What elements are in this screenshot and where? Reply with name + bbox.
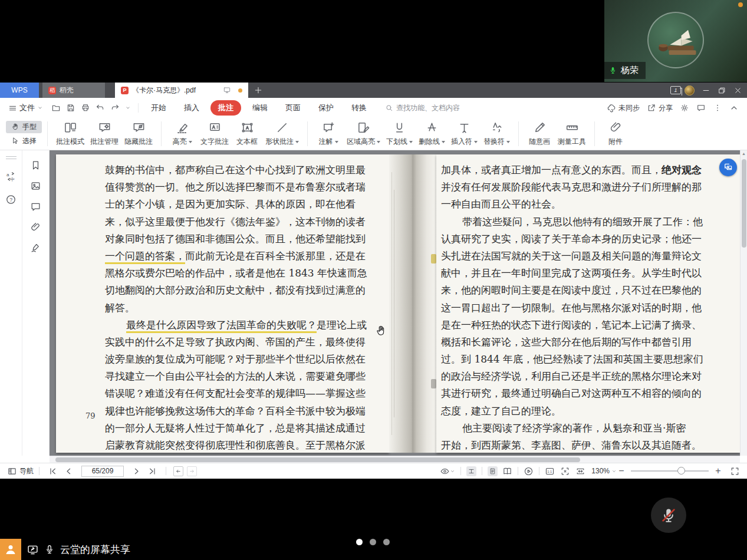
menu-item[interactable]: 页面 bbox=[277, 100, 310, 116]
view-back-button[interactable] bbox=[173, 466, 183, 476]
horizontal-scroll-thumb[interactable] bbox=[55, 457, 580, 462]
actual-size-button[interactable]: 1:1 bbox=[545, 466, 555, 476]
carousel-dot[interactable] bbox=[356, 539, 363, 545]
previous-page-button[interactable] bbox=[64, 466, 74, 476]
double-page-view-button[interactable] bbox=[502, 466, 512, 476]
fullscreen-button[interactable] bbox=[730, 466, 740, 476]
zoom-caret-icon[interactable] bbox=[611, 466, 617, 476]
window-tab-bar: WPS 稻 稻壳 P 《卡尔·马克思》.pdf 1 bbox=[0, 83, 747, 98]
open-file-button[interactable] bbox=[51, 103, 61, 113]
menu-item[interactable]: 批注 bbox=[210, 100, 241, 116]
svg-text:1:1: 1:1 bbox=[548, 470, 552, 473]
tool-insert-caret[interactable]: 插入符 bbox=[448, 121, 481, 147]
new-tab-button[interactable] bbox=[254, 85, 263, 95]
translate-icon[interactable]: a中 bbox=[5, 171, 17, 182]
zoom-out-button[interactable]: − bbox=[617, 466, 626, 476]
tool-hide-annotations[interactable]: 隐藏批注 bbox=[121, 121, 156, 147]
save-button[interactable] bbox=[66, 103, 75, 113]
select-tool-label: 选择 bbox=[22, 136, 37, 146]
tool-replace-caret[interactable]: 替换符 bbox=[481, 121, 513, 147]
tool-highlight[interactable]: 高亮 bbox=[167, 121, 198, 147]
tool-text-annotation[interactable]: 文字批注 bbox=[198, 121, 232, 147]
account-avatar[interactable] bbox=[685, 85, 695, 95]
window-count-badge[interactable]: 1 bbox=[670, 86, 681, 94]
last-page-button[interactable] bbox=[147, 466, 157, 476]
bubblegear-icon bbox=[98, 121, 111, 134]
menu-item[interactable]: 插入 bbox=[175, 100, 208, 116]
panel-drag-handle[interactable] bbox=[6, 156, 17, 159]
single-page-view-button[interactable] bbox=[488, 466, 498, 476]
microphone-muted-button[interactable] bbox=[651, 498, 686, 533]
tool-note[interactable]: 注解 bbox=[313, 121, 344, 147]
vertical-scrollbar[interactable]: ▲ bbox=[740, 150, 747, 456]
wps-home-button[interactable]: WPS bbox=[0, 83, 39, 98]
zoom-slider[interactable] bbox=[631, 470, 709, 472]
more-kebab-button[interactable] bbox=[713, 103, 722, 113]
first-page-button[interactable] bbox=[48, 466, 58, 476]
redo-button[interactable] bbox=[110, 103, 120, 113]
comment-icon[interactable] bbox=[30, 201, 41, 212]
zoom-in-button[interactable]: + bbox=[713, 466, 723, 476]
presentation-mode-icon[interactable] bbox=[223, 86, 231, 94]
vertical-scroll-thumb[interactable] bbox=[742, 159, 746, 248]
fit-layout-button[interactable] bbox=[466, 466, 476, 476]
view-forward-button[interactable] bbox=[187, 466, 197, 476]
presenter-badge[interactable] bbox=[0, 539, 21, 560]
print-button[interactable] bbox=[81, 103, 90, 113]
bookmark-icon[interactable] bbox=[30, 160, 41, 171]
navigation-toggle[interactable]: 导航 bbox=[7, 466, 34, 476]
restore-button[interactable] bbox=[718, 86, 726, 95]
more-actions-caret[interactable] bbox=[125, 103, 131, 113]
menu-item[interactable]: 开始 bbox=[142, 100, 175, 116]
carousel-dot[interactable] bbox=[383, 539, 390, 545]
tool-text-box[interactable]: 文本框 bbox=[232, 121, 262, 147]
tool-annotation-mode[interactable]: 批注模式 bbox=[53, 121, 87, 147]
fit-width-button[interactable] bbox=[575, 466, 585, 476]
search-input[interactable]: 查找功能、文档内容 bbox=[385, 103, 460, 113]
tab-document[interactable]: P 《卡尔·马克思》.pdf bbox=[115, 83, 248, 98]
image-icon[interactable] bbox=[30, 180, 41, 192]
eye-protection-button[interactable] bbox=[440, 466, 450, 476]
participant-video-tile[interactable]: 杨荣 bbox=[604, 0, 747, 82]
collapse-ribbon-button[interactable] bbox=[729, 103, 739, 113]
tool-annotation-manager[interactable]: 批注管理 bbox=[87, 121, 121, 147]
tool-underline[interactable]: 下划线 bbox=[383, 121, 416, 147]
tool-strikethrough[interactable]: 删除线 bbox=[416, 121, 448, 147]
scroll-up-arrow[interactable]: ▲ bbox=[741, 151, 747, 156]
zoom-slider-handle[interactable] bbox=[677, 467, 685, 475]
settings-gear-button[interactable] bbox=[680, 103, 689, 113]
carousel-dot[interactable] bbox=[370, 539, 376, 545]
eye-caret-icon[interactable] bbox=[450, 466, 455, 476]
play-reading-button[interactable] bbox=[524, 466, 534, 476]
next-page-button[interactable] bbox=[131, 466, 141, 476]
fit-page-button[interactable] bbox=[560, 466, 570, 476]
tool-attachment[interactable]: 附件 bbox=[600, 121, 631, 147]
menu-item[interactable]: 编辑 bbox=[243, 100, 277, 116]
menu-item[interactable]: 转换 bbox=[343, 100, 376, 116]
file-menu[interactable]: 文件 bbox=[8, 103, 43, 113]
tool-shape-annotation[interactable]: 形状批注 bbox=[262, 121, 302, 147]
floating-image-tool-button[interactable] bbox=[719, 159, 737, 176]
help-icon[interactable]: ? bbox=[5, 194, 17, 205]
book-text-line: 开始，到西斯蒙第、李嘉图、萨伊、蒲鲁东以及其追随者。 bbox=[441, 437, 702, 453]
feedback-comment-button[interactable] bbox=[696, 103, 706, 113]
attachment-icon[interactable] bbox=[30, 222, 41, 233]
zoom-level-value[interactable]: 130% bbox=[591, 467, 610, 475]
sync-status-button[interactable]: 未同步 bbox=[607, 103, 640, 113]
tool-free-draw[interactable]: 随意画 bbox=[524, 121, 555, 147]
undo-button[interactable] bbox=[96, 103, 105, 113]
horizontal-scrollbar[interactable] bbox=[50, 456, 740, 463]
page-number-input[interactable] bbox=[81, 466, 124, 477]
minimize-button[interactable] bbox=[702, 86, 710, 95]
close-button[interactable] bbox=[733, 86, 742, 95]
share-button[interactable]: 分享 bbox=[647, 103, 673, 113]
menu-item[interactable]: 保护 bbox=[310, 100, 343, 116]
pdf-canvas[interactable]: 79 鼓舞的书信中，都声称自己在这个中心找到了欧洲文明里最值得赞赏的一切。他之所… bbox=[50, 150, 740, 456]
hand-tool-button[interactable]: 手型 bbox=[6, 121, 42, 133]
tab-docer[interactable]: 稻 稻壳 bbox=[42, 83, 105, 98]
signature-icon[interactable] bbox=[30, 242, 41, 253]
tool-measure-tool[interactable]: 测量工具 bbox=[555, 121, 589, 147]
book-text-line: 士的某个小镇，是因为更加实际、具体的原因，即在他看 bbox=[105, 196, 366, 213]
tool-area-highlight[interactable]: 区域高亮 bbox=[344, 121, 383, 147]
select-tool-button[interactable]: 选择 bbox=[6, 135, 42, 147]
